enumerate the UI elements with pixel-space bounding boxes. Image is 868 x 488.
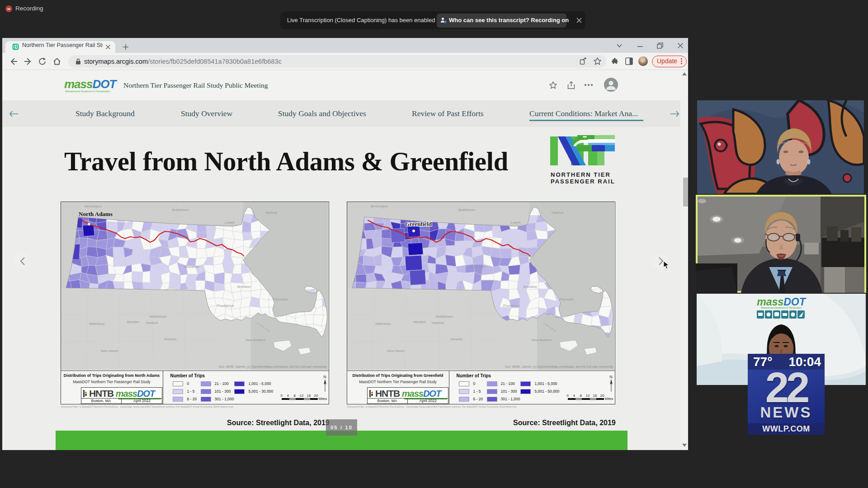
svg-text:Providence: Providence [217,304,234,308]
svg-text:Plymouth: Plymouth [274,297,288,301]
svg-text:Nashua: Nashua [552,211,564,215]
svg-text:Lowell: Lowell [225,221,235,225]
svg-text:Brattleboro: Brattleboro [458,208,475,212]
svg-text:massDOT: massDOT [757,296,806,308]
svg-text:Norwich: Norwich [450,337,462,341]
svg-text:Worcester: Worcester [470,265,486,269]
svg-text:Hartford: Hartford [146,321,158,325]
svg-text:Bennington: Bennington [85,204,102,208]
svg-text:Waterbury: Waterbury [375,322,391,326]
svg-text:Massachusetts Department of Tr: Massachusetts Department of Transportati… [761,307,802,309]
svg-text:Middletown: Middletown [150,314,167,319]
svg-text:Hartford: Hartford [432,321,444,325]
svg-text:Worcester: Worcester [184,265,200,269]
svg-text:Esri, HERE, Garmin, (c) OpenSt: Esri, HERE, Garmin, (c) OpenStreetMap co… [505,365,613,369]
svg-text:Nashua: Nashua [265,211,278,215]
svg-text:Waterbury: Waterbury [89,322,105,326]
svg-text:Esri, HERE, Garmin, (c) OpenSt: Esri, HERE, Garmin, (c) OpenStreetMap co… [219,365,327,369]
svg-text:Meriden: Meriden [413,320,425,324]
svg-text:Bennington: Bennington [371,204,388,208]
svg-text:North Adams: North Adams [79,211,113,217]
svg-text:Brattleboro: Brattleboro [172,208,189,212]
svg-text:Greenfield: Greenfield [405,221,432,227]
svg-text:New Bedford: New Bedford [245,338,265,342]
svg-text:Brockton: Brockton [237,285,251,289]
svg-text:New Haven: New Haven [387,349,405,353]
svg-text:Norwich: Norwich [164,337,176,341]
svg-text:Middletown: Middletown [436,314,453,319]
svg-text:Meriden: Meriden [127,320,139,324]
svg-text:Plymouth: Plymouth [560,297,574,301]
svg-text:Lowell: Lowell [511,221,521,225]
svg-text:New Bedford: New Bedford [532,338,551,342]
svg-text:Brockton: Brockton [524,285,537,289]
svg-text:Providence: Providence [503,304,520,308]
svg-text:New Haven: New Haven [101,349,118,353]
